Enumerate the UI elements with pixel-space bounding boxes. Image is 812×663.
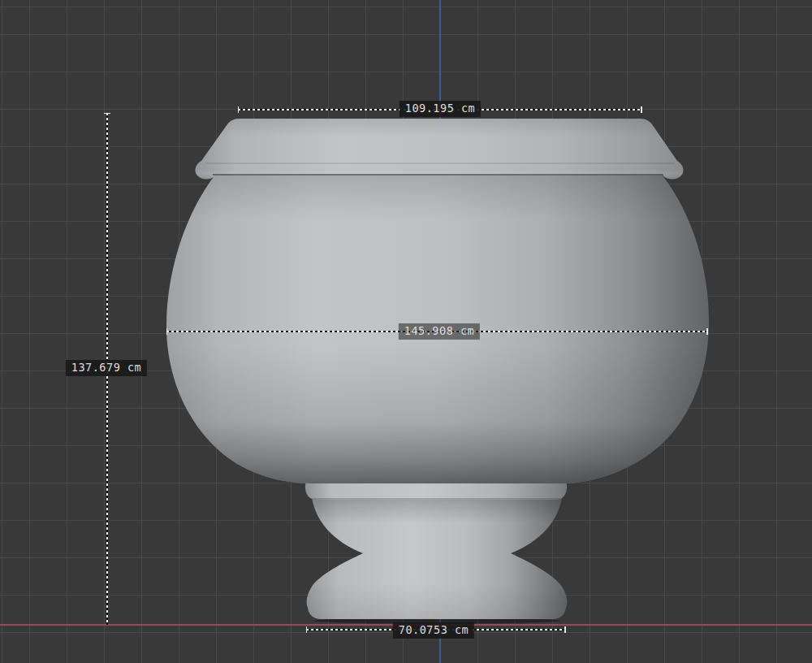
- measurement-label-rim-width[interactable]: 109.195 cm: [400, 101, 481, 117]
- vase-stem-base[interactable]: [307, 492, 568, 619]
- measurement-label-max-width[interactable]: 145.908 cm: [399, 323, 480, 340]
- ruler-endpoint[interactable]: [564, 626, 566, 633]
- ruler-endpoint[interactable]: [306, 626, 308, 633]
- ruler-endpoint[interactable]: [104, 113, 110, 115]
- vase-rim-lid[interactable]: [196, 119, 684, 180]
- ruler-endpoint[interactable]: [641, 106, 642, 113]
- ruler-endpoint[interactable]: [706, 328, 708, 335]
- ruler-endpoint[interactable]: [166, 328, 168, 335]
- measurement-label-height[interactable]: 137.679 cm: [66, 360, 147, 376]
- ruler-endpoint[interactable]: [238, 106, 240, 113]
- 3d-viewport[interactable]: 109.195 cm 145.908 cm 137.679 cm 70.0753…: [0, 0, 812, 663]
- measurement-label-base-width[interactable]: 70.0753 cm: [393, 622, 474, 639]
